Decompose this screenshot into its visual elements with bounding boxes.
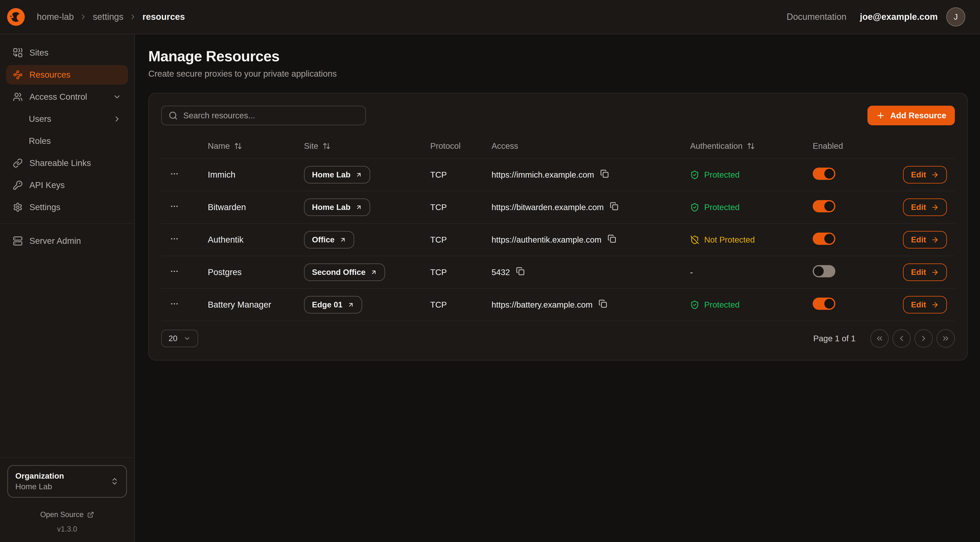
sidebar-item-users[interactable]: Users [6,109,128,129]
edit-button[interactable]: Edit [903,166,947,183]
auth-status: Protected [690,202,813,212]
sidebar-item-label: Server Admin [29,236,81,246]
column-header-site[interactable]: Site [304,141,430,151]
row-menu-button[interactable] [166,297,183,313]
search-input[interactable] [183,111,358,120]
enabled-toggle[interactable] [813,298,835,310]
resource-access: 5432 [492,268,510,277]
resource-access: https://authentik.example.com [492,235,601,245]
edit-button[interactable]: Edit [903,198,947,216]
sidebar-item-api-keys[interactable]: API Keys [6,175,128,195]
next-page-button[interactable] [915,329,933,348]
sidebar-item-access-control[interactable]: Access Control [6,87,128,107]
sidebar-item-label: Settings [29,202,60,212]
organization-picker[interactable]: Organization Home Lab [7,465,127,497]
row-menu-button[interactable] [166,199,183,215]
copy-button[interactable] [610,202,619,212]
arrow-right-icon [931,171,939,179]
table-row: Bitwarden Home Lab TCP https://bitwarden… [161,191,955,224]
link-icon [13,158,23,168]
site-link-label: Edge 01 [312,300,343,309]
site-link[interactable]: Office [304,231,354,249]
resource-access: https://battery.example.com [492,300,592,309]
arrow-right-icon [931,301,939,309]
column-header-authentication[interactable]: Authentication [690,141,813,151]
gear-icon [13,202,23,212]
resources-icon [13,70,23,80]
sort-icon [747,142,755,150]
copy-button[interactable] [598,300,607,310]
site-link-label: Home Lab [312,170,350,179]
site-link-label: Office [312,235,335,244]
resource-protocol: TCP [430,300,492,309]
edit-button-label: Edit [911,170,926,179]
resource-name: Bitwarden [208,202,304,212]
chevron-right-icon [129,13,137,21]
resource-name: Postgres [208,267,304,277]
documentation-link[interactable]: Documentation [787,12,846,22]
breadcrumb-resources[interactable]: resources [142,12,185,22]
column-header-enabled: Enabled [813,141,895,151]
ellipsis-icon [170,169,179,179]
sidebar-item-label: Shareable Links [29,158,91,168]
sidebar-item-settings[interactable]: Settings [6,198,128,217]
sidebar-item-label: Access Control [29,92,87,102]
auth-label: - [690,268,693,277]
previous-page-button[interactable] [892,329,911,348]
copy-button[interactable] [516,267,525,277]
enabled-toggle[interactable] [813,167,835,180]
sidebar-item-server-admin[interactable]: Server Admin [6,231,128,251]
copy-button[interactable] [600,169,609,180]
breadcrumb-settings[interactable]: settings [93,12,123,22]
auth-status: - [690,268,813,277]
enabled-toggle[interactable] [813,200,835,212]
sidebar-item-resources[interactable]: Resources [6,65,128,84]
resource-protocol: TCP [430,268,492,277]
enabled-toggle[interactable] [813,233,835,245]
chevron-right-icon [79,13,87,21]
edit-button[interactable]: Edit [903,231,947,249]
app-version: v1.3.0 [7,525,127,533]
sidebar-nav: Sites Resources Access Control Users [0,34,134,262]
arrow-right-icon [931,268,939,276]
table-row: Authentik Office TCP https://authentik.e… [161,224,955,256]
external-link-icon [87,511,94,518]
sidebar-item-roles[interactable]: Roles [6,131,128,151]
enabled-toggle[interactable] [813,265,835,277]
resources-toolbar: Add Resource [161,106,955,125]
auth-status: Protected [690,170,813,180]
row-menu-button[interactable] [166,167,183,183]
breadcrumb-org[interactable]: home-lab [37,12,74,22]
table-row: Battery Manager Edge 01 TCP https://batt… [161,289,955,321]
first-page-button[interactable] [870,329,889,348]
sidebar-item-label: Sites [29,48,48,57]
column-header-name[interactable]: Name [208,141,304,151]
site-link[interactable]: Home Lab [304,198,370,216]
sidebar-item-sites[interactable]: Sites [6,43,128,62]
user-email[interactable]: joe@example.com [860,12,938,22]
site-link[interactable]: Home Lab [304,166,370,183]
site-link[interactable]: Edge 01 [304,296,362,314]
edit-button-label: Edit [911,203,926,212]
edit-button-label: Edit [911,300,926,309]
row-menu-button[interactable] [166,232,183,248]
edit-button[interactable]: Edit [903,263,947,281]
site-link[interactable]: Second Office [304,263,385,281]
add-resource-button[interactable]: Add Resource [867,106,955,125]
row-menu-button[interactable] [166,264,183,281]
open-source-link[interactable]: Open Source [40,510,94,519]
sidebar-item-label: Roles [29,136,51,146]
site-link-label: Second Office [312,268,366,277]
resource-protocol: TCP [430,235,492,245]
edit-button[interactable]: Edit [903,296,947,314]
copy-button[interactable] [608,234,616,245]
table-row: Immich Home Lab TCP https://immich.examp… [161,159,955,191]
pangolin-logo [5,6,26,27]
chevron-right-icon [113,115,121,123]
page-size-select[interactable]: 20 [161,330,198,347]
last-page-button[interactable] [937,329,955,348]
arrow-up-right-icon [347,301,354,308]
avatar[interactable]: J [946,7,965,26]
sidebar-item-shareable-links[interactable]: Shareable Links [6,153,128,173]
table-body: Immich Home Lab TCP https://immich.examp… [161,159,955,321]
